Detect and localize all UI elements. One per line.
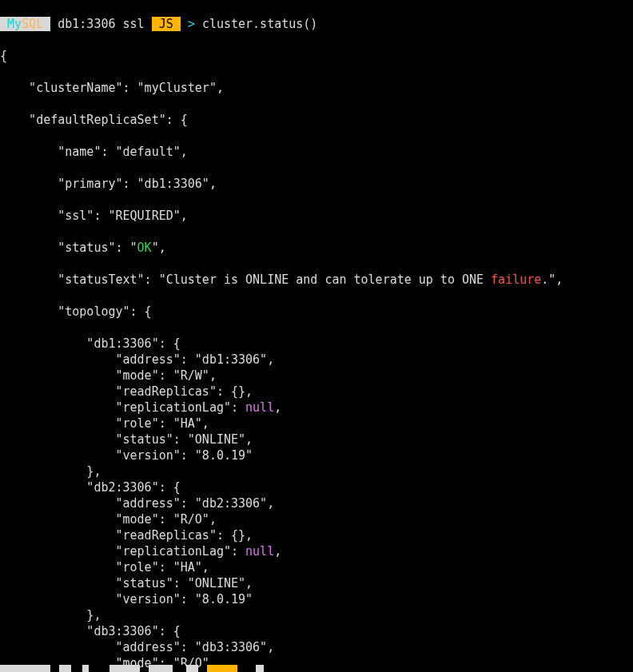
command-text: cluster.status() [202, 17, 318, 31]
kv-role: "role": "HA", [0, 559, 633, 575]
kv-version: "version": "8.0.19" [0, 591, 633, 607]
kv-role: "role": "HA", [0, 416, 633, 431]
kv-address: "address": "db3:3306", [0, 639, 633, 655]
kv-status: "status": "ONLINE", [0, 575, 633, 591]
kv-readreplicas: "readReplicas": {}, [0, 527, 633, 543]
kv-version: "version": "8.0.19" [0, 447, 633, 463]
prompt-line[interactable]: MySQL db1:3306 ssl JS > cluster.status() [0, 16, 633, 32]
kv-replicationlag: "replicationLag": null, [0, 400, 633, 416]
kv-address: "address": "db1:3306", [0, 352, 633, 368]
next-prompt-partial [0, 665, 633, 672]
kv-clustername: "clusterName": "myCluster", [0, 80, 633, 96]
brace-open: { [0, 48, 633, 64]
topology-node-close: }, [0, 463, 633, 479]
topology-node-key: "db2:3306": { [0, 479, 633, 495]
kv-topology: "topology": { [0, 304, 633, 320]
topology-node-key: "db1:3306": { [0, 336, 633, 352]
kv-replicationlag: "replicationLag": null, [0, 543, 633, 559]
kv-defaultreplicaset: "defaultReplicaSet": { [0, 112, 633, 128]
kv-address: "address": "db2:3306", [0, 495, 633, 511]
topology-node-key: "db3:3306": { [0, 623, 633, 639]
kv-name: "name": "default", [0, 144, 633, 160]
kv-mode: "mode": "R/W", [0, 368, 633, 384]
topology-node-close: }, [0, 607, 633, 623]
kv-readreplicas: "readReplicas": {}, [0, 384, 633, 400]
kv-status: "status": "ONLINE", [0, 431, 633, 447]
kv-primary: "primary": "db1:3306", [0, 176, 633, 192]
kv-ssl: "ssl": "REQUIRED", [0, 208, 633, 224]
kv-mode: "mode": "R/O", [0, 511, 633, 527]
prompt: MySQL db1:3306 ssl JS > [0, 16, 195, 32]
terminal-output[interactable]: MySQL db1:3306 ssl JS > cluster.status()… [0, 0, 633, 672]
kv-statustext: "statusText": "Cluster is ONLINE and can… [0, 272, 633, 288]
kv-status: "status": "OK", [0, 240, 633, 256]
